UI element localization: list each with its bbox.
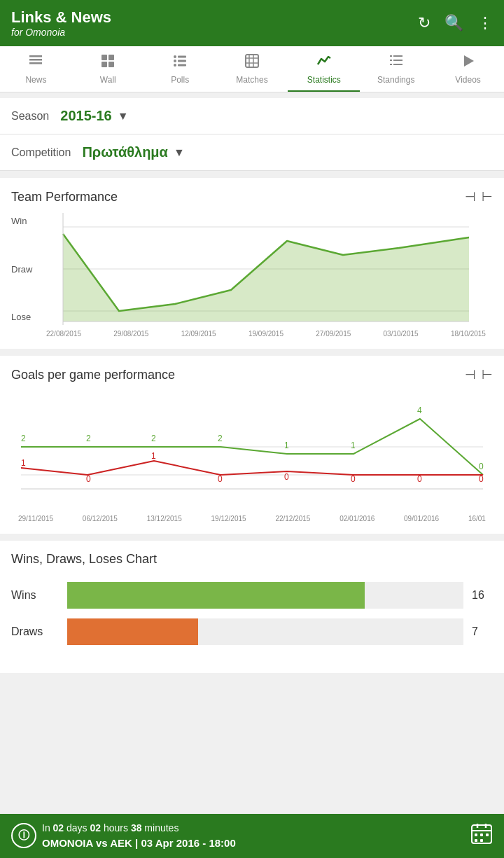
svg-rect-13: [246, 55, 258, 67]
wins-count: 16: [472, 589, 493, 602]
wins-bar-fill: [67, 582, 365, 609]
svg-text:2: 2: [86, 434, 91, 443]
draws-bar-bg: [67, 618, 463, 645]
svg-rect-5: [102, 62, 107, 67]
svg-rect-3: [102, 55, 107, 60]
zoom-in-icon[interactable]: ⊣: [465, 189, 476, 205]
news-icon: [28, 53, 43, 72]
svg-text:0: 0: [417, 474, 422, 484]
svg-text:0: 0: [86, 474, 91, 484]
competition-dropdown[interactable]: Competition Πρωτάθλημα ▼: [0, 134, 504, 171]
statistics-icon: [316, 53, 332, 72]
search-icon[interactable]: 🔍: [444, 14, 463, 32]
svg-rect-18: [390, 55, 392, 57]
tab-standings[interactable]: Standings: [360, 46, 432, 92]
x-label-3: 19/09/2015: [248, 330, 284, 338]
goals-zoom-controls: ⊣ ⊢: [465, 367, 493, 382]
app-subtitle: for Omonoia: [11, 27, 111, 38]
svg-text:1: 1: [351, 441, 356, 450]
tab-videos[interactable]: Videos: [432, 46, 504, 92]
svg-rect-8: [178, 56, 186, 58]
goals-x-3: 19/12/2015: [211, 515, 246, 523]
goals-x-5: 02/01/2016: [340, 515, 374, 523]
svg-point-11: [174, 64, 176, 67]
wins-bar-row: Wins 16: [11, 582, 493, 609]
tab-wall-label: Wall: [100, 75, 116, 85]
y-label-draw: Draw: [11, 264, 32, 275]
draws-label: Draws: [11, 625, 67, 638]
svg-text:0: 0: [284, 472, 289, 482]
svg-text:1: 1: [284, 441, 289, 450]
videos-icon: [461, 53, 476, 72]
svg-text:0: 0: [479, 462, 484, 471]
tab-videos-label: Videos: [455, 75, 480, 85]
svg-point-9: [174, 60, 176, 62]
navigation-tabs: News Wall Polls Matches Statistics Stand…: [0, 46, 504, 92]
goals-x-7: 16/01: [468, 515, 486, 523]
svg-text:1: 1: [151, 451, 156, 461]
competition-arrow: ▼: [174, 146, 185, 159]
app-name: Links & News: [11, 8, 111, 27]
y-label-win: Win: [11, 216, 32, 226]
svg-rect-4: [108, 55, 114, 60]
goals-x-6: 09/01/2016: [404, 515, 439, 523]
tab-wall[interactable]: Wall: [72, 46, 144, 92]
header-actions: ↻ 🔍 ⋮: [418, 14, 493, 32]
svg-rect-10: [178, 60, 186, 62]
season-label: Season: [11, 110, 49, 123]
draws-bar-row: Draws 7: [11, 618, 493, 645]
x-label-5: 03/10/2015: [384, 330, 419, 338]
goals-performance-card: Goals per game performance ⊣ ⊢ 2 2 2 2 1…: [0, 356, 504, 534]
goals-x-2: 13/12/2015: [147, 515, 182, 523]
competition-value: Πρωτάθλημα: [82, 144, 168, 160]
draws-count: 7: [472, 625, 493, 638]
team-performance-title: Team Performance: [11, 190, 118, 205]
wins-bar-bg: [67, 582, 463, 609]
goals-performance-header: Goals per game performance ⊣ ⊢: [11, 367, 493, 382]
team-performance-card: Team Performance ⊣ ⊢ Win Draw Lose 22/08…: [0, 178, 504, 349]
svg-rect-2: [29, 62, 42, 64]
refresh-icon[interactable]: ↻: [418, 14, 430, 32]
tab-matches[interactable]: Matches: [216, 46, 288, 92]
x-label-2: 12/09/2015: [181, 330, 216, 338]
goals-zoom-in-icon[interactable]: ⊣: [465, 367, 476, 382]
svg-text:0: 0: [479, 474, 484, 484]
x-label-0: 22/08/2015: [46, 330, 81, 338]
season-arrow: ▼: [118, 110, 129, 123]
svg-text:2: 2: [218, 434, 223, 443]
matches-icon: [244, 53, 260, 72]
x-label-6: 18/10/2015: [451, 330, 486, 338]
tab-news[interactable]: News: [0, 46, 72, 92]
zoom-out-icon[interactable]: ⊢: [482, 189, 493, 205]
season-dropdown[interactable]: Season 2015-16 ▼: [0, 98, 504, 134]
goals-zoom-out-icon[interactable]: ⊢: [482, 367, 493, 382]
app-header: Links & News for Omonoia ↻ 🔍 ⋮: [0, 0, 504, 46]
goals-performance-title: Goals per game performance: [11, 368, 175, 382]
svg-rect-6: [108, 62, 114, 67]
standings-icon: [388, 53, 404, 72]
wall-icon: [100, 53, 115, 72]
team-performance-chart: [46, 213, 486, 325]
wdl-chart-card: Wins, Draws, Loses Chart Wins 16 Draws 7: [0, 541, 504, 673]
svg-text:2: 2: [151, 434, 156, 443]
tab-statistics[interactable]: Statistics: [288, 46, 360, 92]
svg-marker-24: [464, 55, 474, 67]
wins-label: Wins: [11, 589, 67, 602]
goals-x-0: 29/11/2015: [18, 515, 53, 523]
svg-rect-22: [390, 64, 392, 65]
tab-standings-label: Standings: [377, 75, 414, 85]
svg-text:4: 4: [417, 406, 422, 415]
more-icon[interactable]: ⋮: [477, 14, 493, 32]
tab-statistics-label: Statistics: [307, 75, 341, 85]
svg-rect-1: [29, 59, 42, 61]
tab-matches-label: Matches: [236, 75, 267, 85]
goals-x-4: 22/12/2015: [275, 515, 310, 523]
goals-chart: 2 2 2 2 1 1 4 0 1 0 1 0 0 0 0 0: [18, 391, 486, 510]
svg-text:0: 0: [218, 474, 223, 484]
tab-polls[interactable]: Polls: [144, 46, 216, 92]
tab-polls-label: Polls: [171, 75, 189, 85]
svg-point-7: [174, 55, 176, 58]
svg-rect-12: [178, 64, 186, 67]
team-performance-x-labels: 22/08/2015 29/08/2015 12/09/2015 19/09/2…: [46, 330, 486, 338]
polls-icon: [172, 53, 188, 72]
